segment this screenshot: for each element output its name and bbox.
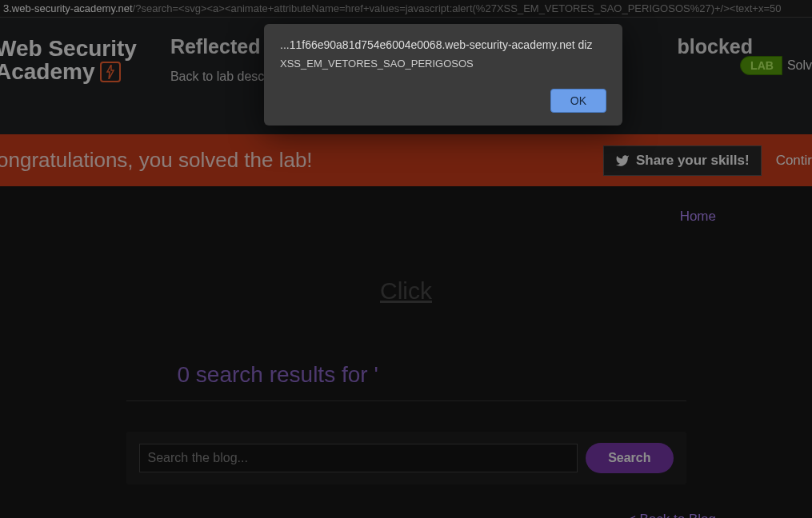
lab-status-area: LAB Solv	[740, 56, 812, 75]
academy-logo[interactable]: Web Security Academy	[0, 37, 137, 84]
logo-line2: Academy	[0, 60, 95, 83]
alert-message-text: XSS_EM_VETORES_SAO_PERIGOSOS	[280, 58, 606, 70]
logo-line1: Web Security	[0, 37, 137, 60]
continue-link[interactable]: Contir	[776, 153, 812, 169]
back-to-blog-link[interactable]: < Back to Blog	[0, 512, 812, 518]
congrats-text: ongratulations, you solved the lab!	[0, 148, 313, 173]
share-skills-button[interactable]: Share your skills!	[603, 145, 762, 176]
lightning-icon	[100, 62, 121, 82]
twitter-icon	[615, 153, 630, 168]
solved-label: Solv	[787, 58, 812, 73]
javascript-alert-dialog: ...11f66e90a81d754e6004e0068.web-securit…	[264, 24, 622, 126]
share-label: Share your skills!	[636, 153, 750, 169]
search-input[interactable]	[139, 444, 578, 472]
alert-origin-text: ...11f66e90a81d754e6004e0068.web-securit…	[280, 38, 606, 51]
page-main: Home Click 0 search results for ' Search…	[0, 186, 812, 518]
search-results-heading: 0 search results for '	[126, 362, 686, 401]
search-form: Search	[126, 432, 686, 484]
click-link[interactable]: Click	[380, 277, 432, 304]
url-domain: 3.web-security-academy.net	[3, 2, 133, 14]
home-link[interactable]: Home	[680, 209, 716, 225]
lab-badge: LAB	[740, 56, 782, 75]
results-area: 0 search results for ' Search	[126, 362, 686, 484]
search-button[interactable]: Search	[586, 443, 673, 473]
browser-address-bar[interactable]: 3.web-security-academy.net/?search=<svg>…	[0, 0, 812, 18]
alert-ok-button[interactable]: OK	[550, 89, 606, 113]
url-path: /?search=<svg><a><animate+attributeName=…	[133, 2, 782, 14]
svg-xss-payload-area: Click	[0, 277, 812, 305]
success-banner: ongratulations, you solved the lab! Shar…	[0, 134, 812, 186]
